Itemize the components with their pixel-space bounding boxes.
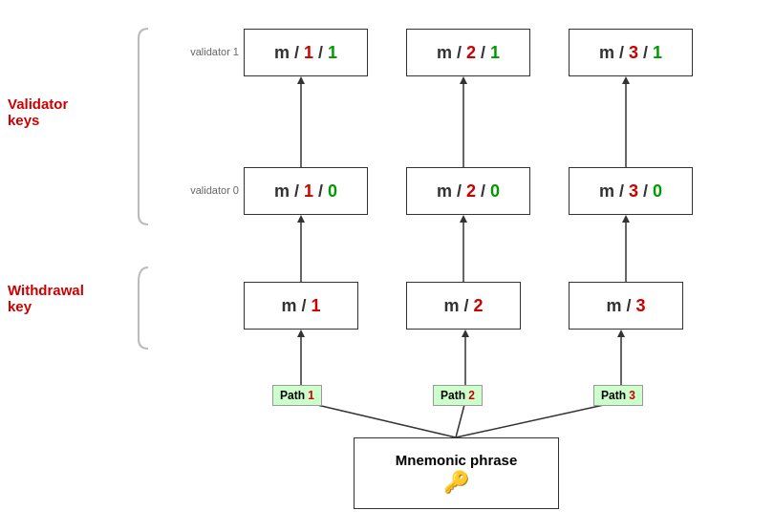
box-v0-col3: m / 3 / 0	[569, 167, 693, 215]
box-v1-col1: m / 1 / 1	[244, 29, 368, 76]
svg-marker-17	[462, 330, 469, 337]
svg-line-12	[301, 401, 456, 437]
mnemonic-box: Mnemonic phrase 🔑	[354, 437, 559, 509]
svg-marker-9	[460, 76, 467, 84]
box-withdrawal-col2: m / 2	[406, 282, 521, 330]
svg-line-15	[456, 401, 465, 437]
withdrawal-key-label: Withdrawal key	[8, 282, 103, 314]
svg-marker-7	[297, 76, 305, 84]
box-withdrawal-col1: m / 1	[244, 282, 358, 330]
box-v1-col2: m / 2 / 1	[406, 29, 530, 76]
svg-marker-11	[622, 76, 630, 84]
svg-marker-20	[617, 330, 625, 337]
validator-0-label: validator 0	[186, 184, 239, 196]
box-v0-col2: m / 2 / 0	[406, 167, 530, 215]
svg-line-18	[456, 401, 621, 437]
svg-marker-5	[622, 215, 630, 223]
mnemonic-label: Mnemonic phrase	[396, 452, 518, 468]
path-3-label: Path 3	[593, 385, 643, 406]
path-1-label: Path 1	[272, 385, 322, 406]
path-2-label: Path 2	[433, 385, 483, 406]
key-icon: 🔑	[443, 470, 469, 495]
validator-1-label: validator 1	[186, 46, 239, 57]
svg-marker-14	[297, 330, 305, 337]
box-v1-col3: m / 3 / 1	[569, 29, 693, 76]
validator-keys-label: Validator keys	[8, 96, 103, 128]
svg-marker-1	[297, 215, 305, 223]
box-v0-col1: m / 1 / 0	[244, 167, 368, 215]
svg-marker-3	[460, 215, 467, 223]
box-withdrawal-col3: m / 3	[569, 282, 683, 330]
